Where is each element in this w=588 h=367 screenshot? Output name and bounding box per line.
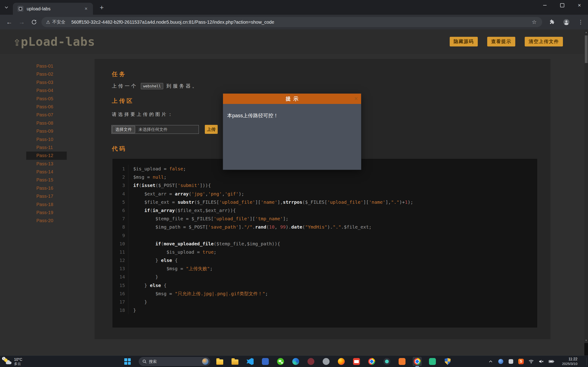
browser-tab[interactable]: upload-labs × [13, 3, 93, 15]
taskbar-clock[interactable]: 11:22 2025/3/10 [562, 357, 577, 366]
sidebar-item-pass-20[interactable]: Pass-20 [26, 217, 67, 225]
file-input[interactable]: 选择文件 未选择任何文件 [111, 125, 199, 134]
view-hint-button[interactable]: 查看提示 [487, 37, 515, 46]
scroll-down-icon[interactable]: ▼ [584, 338, 588, 343]
tray-overflow-chevron-icon[interactable] [488, 358, 494, 365]
extensions-puzzle-icon[interactable] [547, 17, 557, 27]
code-line: 9 [113, 231, 537, 240]
sidebar-item-pass-04[interactable]: Pass-04 [26, 86, 67, 94]
site-favicon-icon [17, 6, 24, 12]
sidebar-item-pass-05[interactable]: Pass-05 [26, 95, 67, 103]
sidebar-item-pass-15[interactable]: Pass-15 [26, 176, 67, 184]
tab-title: upload-labs [27, 6, 83, 11]
app-blue-app-icon[interactable] [261, 357, 270, 366]
sidebar-item-pass-19[interactable]: Pass-19 [26, 209, 67, 217]
defender-app-icon[interactable] [443, 357, 452, 366]
page-viewport: ⇪pLoad-labs 隐藏源码 查看提示 清空上传文件 Pass-01Pass… [0, 29, 584, 356]
app-teal-app-icon[interactable] [428, 357, 437, 366]
start-button[interactable] [124, 358, 131, 365]
url-text[interactable]: 560ff150-32c2-4482-b2f0-2611537a1a4d.nod… [71, 20, 274, 25]
app-dark-app-icon[interactable] [382, 357, 392, 366]
sidebar-item-pass-02[interactable]: Pass-02 [26, 70, 67, 78]
show-desktop-button[interactable] [586, 358, 588, 365]
wechat-app-icon[interactable] [276, 357, 285, 366]
app-maroon-app-icon[interactable] [306, 357, 315, 366]
browser-titlebar: upload-labs × + × [0, 0, 588, 15]
sidebar-item-pass-13[interactable]: Pass-13 [26, 160, 67, 168]
battery-icon[interactable] [548, 358, 554, 365]
choose-file-button[interactable]: 选择文件 [112, 126, 135, 133]
square-app-tray-icon[interactable] [508, 358, 514, 365]
code-line: 7 $temp_file = $_FILES['upload_file']['t… [113, 215, 537, 223]
sidebar-item-pass-17[interactable]: Pass-17 [26, 192, 67, 200]
file-explorer-app-icon[interactable] [215, 357, 224, 366]
clear-uploads-button[interactable]: 清空上传文件 [525, 37, 563, 46]
scrollbar-thumb[interactable] [585, 35, 588, 63]
screen: upload-labs × + × ← → ⚠ 不安全 560ff150-32c… [0, 0, 588, 367]
browser-menu-icon[interactable]: ⋮ [576, 17, 586, 27]
mail-app-icon[interactable] [352, 357, 361, 366]
window-close-icon: × [578, 2, 581, 8]
hint-modal-text: 本pass上传路径可控！ [227, 112, 357, 119]
code-line: 8 $img_path = $_POST['save_path']."/".ra… [113, 223, 537, 231]
sidebar-item-pass-08[interactable]: Pass-08 [26, 119, 67, 127]
sidebar-item-pass-01[interactable]: Pass-01 [26, 62, 67, 70]
app-gray-app-icon[interactable] [322, 357, 331, 366]
sidebar-item-pass-16[interactable]: Pass-16 [26, 184, 67, 192]
code-line: 11 $is_upload = true; [113, 248, 537, 256]
search-highlight-image[interactable] [202, 358, 208, 365]
code-block: 1$is_upload = false;2$msg = null;3if(iss… [112, 159, 537, 327]
sidebar-item-pass-03[interactable]: Pass-03 [26, 78, 67, 86]
taskbar-search[interactable]: 搜索 [139, 357, 210, 366]
chrome-app-icon[interactable] [367, 357, 376, 366]
hint-modal-header: 提示 × [223, 94, 361, 104]
profile-avatar[interactable] [561, 17, 571, 27]
upload-heading: 上传区 [112, 97, 134, 105]
upload-labs-logo: ⇪pLoad-labs [13, 35, 95, 49]
wifi-icon[interactable] [528, 358, 534, 365]
firefox-app-icon[interactable] [337, 357, 346, 366]
code-line: 3if(isset($_POST['submit'])){ [113, 181, 537, 190]
forward-button[interactable]: → [17, 17, 27, 27]
upload-controls: 选择文件 未选择任何文件 上传 [111, 125, 218, 134]
volume-muted-icon[interactable] [538, 358, 544, 365]
window-close-button[interactable]: × [571, 0, 588, 11]
code-line: 12 } else { [113, 256, 537, 264]
maximize-button[interactable] [554, 0, 571, 11]
sidebar-item-pass-10[interactable]: Pass-10 [26, 135, 67, 143]
tab-close-icon[interactable]: × [83, 6, 89, 12]
sidebar-item-pass-07[interactable]: Pass-07 [26, 111, 67, 119]
hide-source-button[interactable]: 隐藏源码 [450, 37, 478, 46]
scroll-up-icon[interactable]: ▲ [584, 30, 588, 34]
not-secure-warning-icon[interactable]: ⚠ [46, 19, 50, 25]
vscode-app-icon[interactable] [246, 357, 255, 366]
app-orange-app-icon[interactable] [397, 357, 407, 366]
header-buttons: 隐藏源码 查看提示 清空上传文件 [450, 37, 563, 46]
edge-app-icon[interactable] [291, 357, 300, 366]
reload-button[interactable] [29, 17, 39, 27]
upload-submit-button[interactable]: 上传 [205, 125, 218, 134]
hint-modal-close-icon[interactable]: × [354, 95, 358, 102]
task-text-after: 到服务器。 [166, 83, 199, 89]
minimize-button[interactable] [536, 0, 554, 11]
vertical-scrollbar[interactable]: ▲ ▼ [584, 29, 588, 343]
new-tab-button[interactable]: + [98, 4, 106, 12]
sogou-input-icon[interactable]: S [518, 358, 524, 365]
address-bar[interactable]: ⚠ 不安全 560ff150-32c2-4482-b2f0-2611537a1a… [42, 17, 542, 27]
tab-search-chevron-icon[interactable] [3, 4, 10, 11]
sidebar-item-pass-11[interactable]: Pass-11 [26, 143, 67, 151]
cloud-app-tray-icon[interactable] [498, 358, 504, 365]
back-button[interactable]: ← [4, 17, 14, 27]
sidebar-item-pass-06[interactable]: Pass-06 [26, 103, 67, 111]
sidebar-item-pass-14[interactable]: Pass-14 [26, 168, 67, 176]
maximize-icon [560, 3, 564, 7]
widgets-button[interactable]: 1 10°C 多云 [4, 356, 22, 367]
folder-app-icon[interactable] [230, 357, 239, 366]
sidebar-item-pass-12[interactable]: Pass-12 [26, 151, 67, 159]
sidebar-item-pass-18[interactable]: Pass-18 [26, 200, 67, 209]
chrome-app-icon[interactable] [413, 357, 422, 366]
sidebar-item-pass-09[interactable]: Pass-09 [26, 127, 67, 135]
bookmark-star-icon[interactable]: ☆ [532, 19, 537, 25]
security-label[interactable]: 不安全 [52, 19, 65, 25]
sidebar: Pass-01Pass-02Pass-03Pass-04Pass-05Pass-… [26, 62, 67, 225]
